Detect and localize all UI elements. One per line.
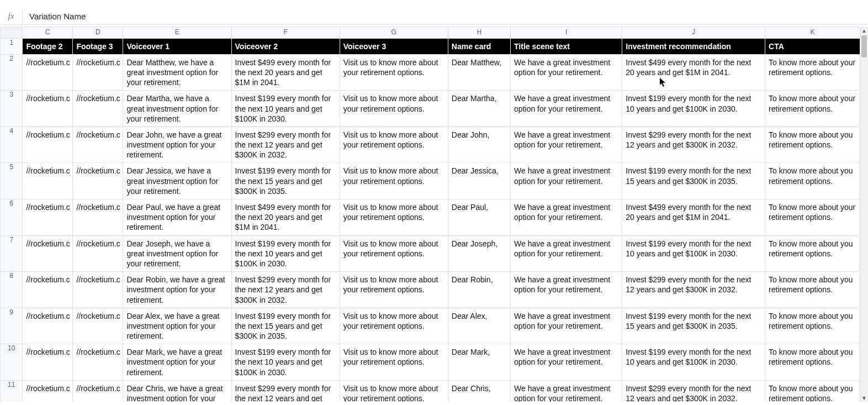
cell-K[interactable]: To know more about your retirement optio… [765, 54, 860, 91]
cell-I[interactable]: We have a great investment option for yo… [511, 308, 622, 344]
col-header-C[interactable]: C [23, 27, 73, 39]
cell-H[interactable]: Dear Paul, [448, 199, 510, 236]
row-header-11[interactable]: 11 [1, 380, 23, 402]
row-header-10[interactable]: 10 [1, 344, 23, 381]
cell-F[interactable]: Invest $499 every month for the next 20 … [231, 199, 340, 236]
cell-H[interactable]: Dear Joseph, [448, 235, 510, 272]
cell-F[interactable]: Invest $199 every month for the next 10 … [231, 91, 340, 127]
row-header-7[interactable]: 7 [1, 235, 23, 272]
cell-F[interactable]: Invest $299 every month for the next 12 … [231, 127, 340, 163]
cell-E[interactable]: Dear Alex, we have a great investment op… [123, 308, 231, 344]
cell-J[interactable]: Invest $299 every month for the next 12 … [622, 380, 765, 402]
cell-H[interactable]: Dear Matthew, [448, 54, 510, 91]
cell-D[interactable]: //rocketium.c [73, 199, 123, 236]
cell-H[interactable]: Dear Jessica, [448, 163, 510, 199]
row-header-6[interactable]: 6 [1, 199, 23, 236]
cell-G[interactable]: Visit us to know more about your retirem… [340, 91, 448, 127]
cell-E[interactable]: Dear Robin, we have a great investment o… [123, 272, 231, 308]
header-voiceover-1[interactable]: Voiceover 1 [123, 38, 231, 54]
cell-I[interactable]: We have a great investment option for yo… [511, 272, 622, 308]
cell-H[interactable]: Dear Martha, [448, 91, 510, 127]
header-title-scene[interactable]: Title scene text [511, 38, 622, 54]
cell-C[interactable]: //rocketium.c [23, 344, 73, 381]
col-header-E[interactable]: E [123, 27, 231, 39]
scroll-up-icon[interactable]: ▲ [860, 27, 868, 34]
cell-G[interactable]: Visit us to know more about your retirem… [340, 235, 448, 272]
header-name-card[interactable]: Name card [448, 38, 510, 54]
row-header-5[interactable]: 5 [1, 163, 23, 199]
cell-J[interactable]: Invest $299 every month for the next 12 … [622, 127, 765, 163]
cell-C[interactable]: //rocketium.c [23, 380, 73, 402]
col-header-J[interactable]: J [622, 27, 765, 39]
cell-C[interactable]: //rocketium.c [23, 272, 73, 308]
row-header-1[interactable]: 1 [1, 38, 23, 54]
cell-H[interactable]: Dear Chris, [448, 380, 510, 402]
cell-D[interactable]: //rocketium.c [73, 308, 123, 344]
cell-G[interactable]: Visit us to know more about your retirem… [340, 54, 448, 91]
cell-K[interactable]: To know more about your retirement optio… [765, 91, 860, 127]
cell-F[interactable]: Invest $199 every month for the next 15 … [231, 163, 340, 199]
row-header-4[interactable]: 4 [1, 127, 23, 163]
header-investment[interactable]: Investment recommendation [622, 38, 765, 54]
cell-I[interactable]: We have a great investment option for yo… [511, 127, 622, 163]
cell-K[interactable]: To know more about you retirement option… [765, 272, 860, 308]
header-footage-3[interactable]: Footage 3 [73, 38, 123, 54]
cell-G[interactable]: Visit us to know more about your retirem… [340, 344, 448, 381]
cell-C[interactable]: //rocketium.c [23, 54, 73, 91]
cell-J[interactable]: Invest $299 every month for the next 12 … [622, 272, 765, 308]
cell-E[interactable]: Dear John, we have a great investment op… [123, 127, 231, 163]
cell-I[interactable]: We have a great investment option for yo… [511, 199, 622, 236]
cell-F[interactable]: Invest $199 every month for the next 10 … [231, 235, 340, 272]
cell-G[interactable]: Visit us to know more about your retirem… [340, 127, 448, 163]
header-voiceover-2[interactable]: Voiceover 2 [231, 38, 340, 54]
header-cta[interactable]: CTA [765, 38, 860, 54]
cell-J[interactable]: Invest $499 every month for the next 20 … [622, 54, 765, 91]
cell-D[interactable]: //rocketium.c [73, 127, 123, 163]
cell-D[interactable]: //rocketium.c [73, 235, 123, 272]
cell-E[interactable]: Dear Joseph, we have a great investment … [123, 235, 231, 272]
cell-C[interactable]: //rocketium.c [23, 127, 73, 163]
formula-input[interactable] [23, 12, 868, 21]
cell-H[interactable]: Dear John, [448, 127, 510, 163]
cell-D[interactable]: //rocketium.c [73, 54, 123, 91]
cell-J[interactable]: Invest $199 every month for the next 10 … [622, 91, 765, 127]
cell-G[interactable]: Visit us to know more about your retirem… [340, 199, 448, 236]
row-header-9[interactable]: 9 [1, 308, 23, 344]
vertical-scrollbar[interactable]: ▲ ▼ [860, 27, 868, 402]
cell-J[interactable]: Invest $199 every month for the next 10 … [622, 344, 765, 381]
scroll-thumb[interactable] [861, 35, 867, 57]
cell-H[interactable]: Dear Alex, [448, 308, 510, 344]
cell-K[interactable]: To know more about you retirement option… [765, 163, 860, 199]
cell-K[interactable]: To know more about you retirement option… [765, 235, 860, 272]
cell-J[interactable]: Invest $499 every month for the next 20 … [622, 199, 765, 236]
cell-G[interactable]: Visit us to know more about your retirem… [340, 308, 448, 344]
col-header-D[interactable]: D [73, 27, 123, 39]
col-header-I[interactable]: I [511, 27, 622, 39]
cell-G[interactable]: Visit us to know more about your retirem… [340, 272, 448, 308]
cell-H[interactable]: Dear Mark, [448, 344, 510, 381]
cell-D[interactable]: //rocketium.c [73, 91, 123, 127]
cell-J[interactable]: Invest $199 every month for the next 10 … [622, 235, 765, 272]
cell-E[interactable]: Dear Jessica, we have a great investment… [123, 163, 231, 199]
cell-F[interactable]: Invest $299 every month for the next 12 … [231, 272, 340, 308]
spreadsheet-grid[interactable]: C D E F G H I J K 1 Footage 2 Footage 3 … [0, 27, 860, 402]
col-header-G[interactable]: G [340, 27, 448, 39]
row-header-2[interactable]: 2 [1, 54, 23, 91]
cell-K[interactable]: To know more about you retirement option… [765, 308, 860, 344]
cell-F[interactable]: Invest $199 every month for the next 15 … [231, 308, 340, 344]
row-header-3[interactable]: 3 [1, 91, 23, 127]
cell-K[interactable]: To know more about your retirement optio… [765, 199, 860, 236]
header-footage-2[interactable]: Footage 2 [23, 38, 73, 54]
cell-I[interactable]: We have a great investment option for yo… [511, 163, 622, 199]
cell-E[interactable]: Dear Matthew, we have a great investment… [123, 54, 231, 91]
cell-I[interactable]: We have a great investment option for yo… [511, 235, 622, 272]
cell-K[interactable]: To know more about you retirement option… [765, 127, 860, 163]
cell-F[interactable]: Invest $299 every month for the next 12 … [231, 380, 340, 402]
cell-J[interactable]: Invest $199 every month for the next 15 … [622, 308, 765, 344]
cell-C[interactable]: //rocketium.c [23, 91, 73, 127]
cell-I[interactable]: We have a great investment option for yo… [511, 344, 622, 381]
cell-D[interactable]: //rocketium.c [73, 344, 123, 381]
cell-F[interactable]: Invest $499 every month for the next 20 … [231, 54, 340, 91]
header-voiceover-3[interactable]: Voiceover 3 [340, 38, 448, 54]
col-header-H[interactable]: H [448, 27, 510, 39]
